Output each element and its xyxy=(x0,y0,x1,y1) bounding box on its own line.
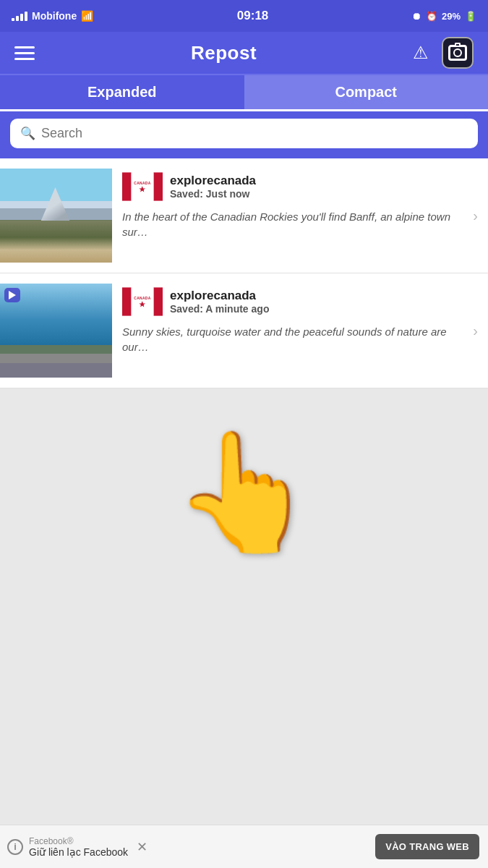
post-username: explorecanada xyxy=(170,289,269,303)
camera-button[interactable] xyxy=(442,37,474,69)
ad-banner: i Facebook® Giữ liên lạc Facebook ✕ VÀO … xyxy=(0,825,488,868)
search-input-wrap: 🔍 xyxy=(10,119,478,148)
search-bar: 🔍 xyxy=(0,111,488,158)
post-saved-time: Saved: Just now xyxy=(170,188,256,200)
svg-text:CANADA: CANADA xyxy=(134,297,150,300)
status-right: ⏺ ⏰ 29% 🔋 xyxy=(412,11,476,22)
post-header-row: CANADA explorecanada Saved: A minute ago xyxy=(122,286,452,317)
app-title: Repost xyxy=(191,42,257,64)
svg-rect-0 xyxy=(122,172,132,200)
search-icon: 🔍 xyxy=(20,126,35,141)
tab-expanded[interactable]: Expanded xyxy=(0,75,244,109)
cursor-pointer-icon: 👆 xyxy=(172,425,317,561)
app-header: Repost ⚠ xyxy=(0,32,488,75)
svg-text:CANADA: CANADA xyxy=(134,182,150,185)
alarm-icon: ⏰ xyxy=(426,11,437,22)
ad-cta-button[interactable]: VÀO TRANG WEB xyxy=(375,834,479,859)
post-thumbnail xyxy=(0,169,112,263)
camera-lens xyxy=(453,48,462,57)
ad-app-name: Giữ liên lạc Facebook xyxy=(29,846,128,858)
chevron-right-icon: › xyxy=(473,323,478,339)
canada-logo: CANADA xyxy=(122,171,163,202)
post-meta: explorecanada Saved: A minute ago xyxy=(170,289,269,315)
post-saved-time: Saved: A minute ago xyxy=(170,303,269,315)
post-meta: explorecanada Saved: Just now xyxy=(170,174,256,200)
warning-icon[interactable]: ⚠ xyxy=(413,43,429,63)
record-icon: ⏺ xyxy=(412,11,421,22)
canada-logo: CANADA xyxy=(122,286,163,317)
svg-rect-6 xyxy=(153,287,163,315)
ad-platform-label: Facebook® xyxy=(29,836,128,846)
tab-bar: Expanded Compact xyxy=(0,75,488,111)
svg-rect-1 xyxy=(153,172,163,200)
camera-icon xyxy=(448,45,467,61)
camera-bump xyxy=(455,43,461,46)
video-badge xyxy=(4,288,20,302)
content-area: CANADA explorecanada Saved: Just now In … xyxy=(0,158,488,388)
post-excerpt: In the heart of the Canadian Rockies you… xyxy=(122,209,452,239)
header-right: ⚠ xyxy=(413,37,474,69)
list-item[interactable]: CANADA explorecanada Saved: Just now In … xyxy=(0,158,488,273)
ad-close-button[interactable]: ✕ xyxy=(137,839,147,855)
ad-text: Facebook® Giữ liên lạc Facebook xyxy=(29,836,128,858)
info-icon: i xyxy=(7,839,23,855)
post-username: explorecanada xyxy=(170,174,256,188)
post-body: CANADA explorecanada Saved: A minute ago… xyxy=(112,284,478,378)
status-bar: Mobifone 📶 09:18 ⏺ ⏰ 29% 🔋 xyxy=(0,0,488,32)
post-thumbnail xyxy=(0,284,112,378)
search-input[interactable] xyxy=(41,126,468,141)
post-header-row: CANADA explorecanada Saved: Just now xyxy=(122,171,452,202)
post-body: CANADA explorecanada Saved: Just now In … xyxy=(112,169,478,263)
list-item[interactable]: CANADA explorecanada Saved: A minute ago… xyxy=(0,273,488,388)
wifi-icon: 📶 xyxy=(81,10,93,22)
carrier-name: Mobifone xyxy=(32,10,77,22)
menu-button[interactable] xyxy=(14,46,35,60)
chevron-right-icon: › xyxy=(473,208,478,224)
status-left: Mobifone 📶 xyxy=(12,10,93,22)
status-time: 09:18 xyxy=(237,9,268,23)
play-icon xyxy=(9,291,16,299)
tab-compact[interactable]: Compact xyxy=(244,75,489,109)
post-excerpt: Sunny skies, turquoise water and the pea… xyxy=(122,324,452,354)
svg-rect-5 xyxy=(122,287,132,315)
signal-icon xyxy=(12,12,27,21)
battery-icon: 🔋 xyxy=(465,11,476,22)
ad-left: i Facebook® Giữ liên lạc Facebook ✕ xyxy=(7,836,375,858)
battery-level: 29% xyxy=(442,11,461,22)
header-left xyxy=(14,46,35,60)
empty-content-area: 👆 xyxy=(0,388,488,750)
